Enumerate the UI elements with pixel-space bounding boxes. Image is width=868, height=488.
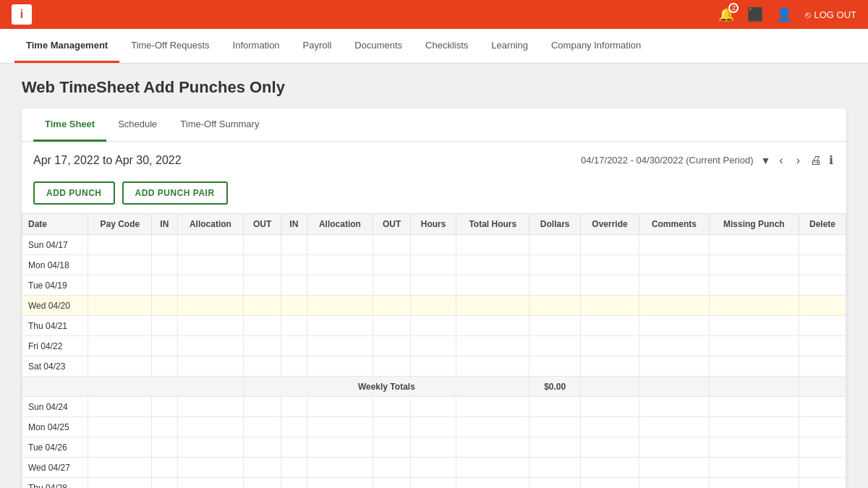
table-cell[interactable] xyxy=(244,397,281,417)
table-cell[interactable] xyxy=(244,437,281,458)
table-cell[interactable] xyxy=(88,296,152,316)
table-cell[interactable] xyxy=(456,235,529,255)
table-cell[interactable] xyxy=(456,437,529,458)
table-cell[interactable] xyxy=(177,458,244,478)
table-cell[interactable] xyxy=(281,235,307,255)
table-cell[interactable] xyxy=(456,417,529,437)
table-cell[interactable] xyxy=(307,235,373,255)
table-cell[interactable] xyxy=(411,235,456,255)
table-cell[interactable] xyxy=(152,235,177,255)
table-cell[interactable] xyxy=(244,458,281,478)
table-cell[interactable] xyxy=(709,437,799,458)
table-cell[interactable] xyxy=(799,316,846,336)
table-cell[interactable] xyxy=(709,235,799,255)
table-cell[interactable] xyxy=(709,397,799,417)
table-cell[interactable] xyxy=(456,356,529,377)
table-cell[interactable] xyxy=(639,255,710,275)
table-cell[interactable] xyxy=(307,397,373,417)
table-cell[interactable] xyxy=(244,417,281,437)
table-cell[interactable] xyxy=(88,437,152,458)
add-punch-button[interactable]: ADD PUNCH xyxy=(33,181,115,205)
table-cell[interactable] xyxy=(456,255,529,275)
table-cell[interactable] xyxy=(639,316,710,336)
table-cell[interactable] xyxy=(307,437,373,458)
table-cell[interactable] xyxy=(639,478,710,489)
table-cell[interactable] xyxy=(709,417,799,437)
table-cell[interactable] xyxy=(88,356,152,377)
table-cell[interactable] xyxy=(88,478,152,489)
table-cell[interactable] xyxy=(529,478,581,489)
table-cell[interactable] xyxy=(281,397,307,417)
table-cell[interactable] xyxy=(244,235,281,255)
table-cell[interactable] xyxy=(580,235,639,255)
table-cell[interactable] xyxy=(373,417,411,437)
table-cell[interactable] xyxy=(709,356,799,377)
table-cell[interactable] xyxy=(580,437,639,458)
table-cell[interactable] xyxy=(580,316,639,336)
table-cell[interactable] xyxy=(307,255,373,275)
table-cell[interactable] xyxy=(639,296,710,316)
table-cell[interactable] xyxy=(411,316,456,336)
table-cell[interactable] xyxy=(529,417,581,437)
table-cell[interactable] xyxy=(244,336,281,356)
nav-item-learning[interactable]: Learning xyxy=(480,30,540,63)
table-cell[interactable] xyxy=(152,417,177,437)
table-cell[interactable] xyxy=(456,478,529,489)
table-cell[interactable] xyxy=(529,437,581,458)
table-cell[interactable] xyxy=(307,478,373,489)
table-cell[interactable] xyxy=(152,397,177,417)
table-cell[interactable] xyxy=(799,296,846,316)
tab-time-off-summary[interactable]: Time-Off Summary xyxy=(169,108,271,142)
table-cell[interactable] xyxy=(88,316,152,336)
table-cell[interactable] xyxy=(373,397,411,417)
table-cell[interactable] xyxy=(529,458,581,478)
table-cell[interactable] xyxy=(373,255,411,275)
table-cell[interactable] xyxy=(411,458,456,478)
monitor-icon[interactable]: ⬛ xyxy=(747,7,763,22)
table-cell[interactable] xyxy=(529,336,581,356)
table-cell[interactable] xyxy=(307,296,373,316)
table-cell[interactable] xyxy=(373,296,411,316)
table-cell[interactable] xyxy=(411,478,456,489)
table-cell[interactable] xyxy=(177,235,244,255)
table-cell[interactable] xyxy=(373,336,411,356)
table-cell[interactable] xyxy=(177,437,244,458)
nav-item-documents[interactable]: Documents xyxy=(343,30,414,63)
table-cell[interactable] xyxy=(411,296,456,316)
table-cell[interactable] xyxy=(307,316,373,336)
table-cell[interactable] xyxy=(177,316,244,336)
table-cell[interactable] xyxy=(799,458,846,478)
table-cell[interactable] xyxy=(281,437,307,458)
table-cell[interactable] xyxy=(580,336,639,356)
table-cell[interactable] xyxy=(580,275,639,296)
table-cell[interactable] xyxy=(709,275,799,296)
tab-time-sheet[interactable]: Time Sheet xyxy=(33,108,106,142)
table-cell[interactable] xyxy=(88,417,152,437)
table-cell[interactable] xyxy=(411,336,456,356)
table-cell[interactable] xyxy=(456,458,529,478)
period-prev-button[interactable]: ‹ xyxy=(775,153,787,168)
table-cell[interactable] xyxy=(281,356,307,377)
table-cell[interactable] xyxy=(177,275,244,296)
table-cell[interactable] xyxy=(307,336,373,356)
table-cell[interactable] xyxy=(456,275,529,296)
table-cell[interactable] xyxy=(529,356,581,377)
table-cell[interactable] xyxy=(580,397,639,417)
table-cell[interactable] xyxy=(529,235,581,255)
table-cell[interactable] xyxy=(244,296,281,316)
table-cell[interactable] xyxy=(88,397,152,417)
period-dropdown-arrow[interactable]: ▼ xyxy=(760,155,770,166)
table-cell[interactable] xyxy=(529,316,581,336)
table-cell[interactable] xyxy=(799,275,846,296)
user-icon[interactable]: 👤 xyxy=(776,7,792,22)
period-next-button[interactable]: › xyxy=(792,153,804,168)
table-cell[interactable] xyxy=(152,255,177,275)
table-cell[interactable] xyxy=(799,235,846,255)
table-cell[interactable] xyxy=(799,397,846,417)
table-cell[interactable] xyxy=(177,478,244,489)
table-cell[interactable] xyxy=(529,255,581,275)
table-cell[interactable] xyxy=(88,275,152,296)
table-cell[interactable] xyxy=(88,255,152,275)
table-cell[interactable] xyxy=(456,296,529,316)
table-cell[interactable] xyxy=(639,458,710,478)
